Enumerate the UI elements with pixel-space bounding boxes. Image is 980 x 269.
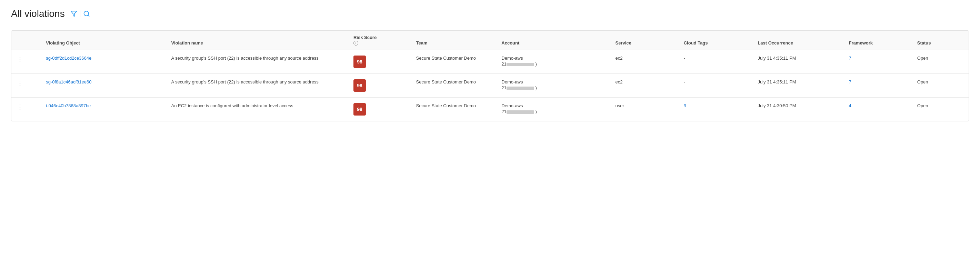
row-status: Open bbox=[912, 74, 969, 98]
col-header-account: Account bbox=[496, 31, 610, 50]
page-container: All violations Violating Object bbox=[0, 0, 980, 269]
row-team: Secure State Customer Demo bbox=[411, 98, 496, 121]
filter-button[interactable] bbox=[70, 10, 77, 17]
framework-count[interactable]: 7 bbox=[849, 79, 851, 84]
cloud-tags-count[interactable]: 9 bbox=[684, 103, 686, 108]
page-title: All violations bbox=[11, 8, 65, 19]
row-context-menu-button[interactable]: ⋮ bbox=[17, 103, 24, 111]
row-context-menu-button[interactable]: ⋮ bbox=[17, 79, 24, 87]
violating-object-link[interactable]: sg-0f8a1c46acf81ee60 bbox=[46, 79, 91, 84]
col-header-menu bbox=[11, 31, 40, 50]
col-header-framework: Framework bbox=[843, 31, 912, 50]
col-header-violation-name: Violation name bbox=[166, 31, 348, 50]
col-header-service: Service bbox=[610, 31, 678, 50]
row-status: Open bbox=[912, 98, 969, 121]
row-service: ec2 bbox=[610, 74, 678, 98]
violating-object-link[interactable]: i-046e40b7868a897be bbox=[46, 103, 91, 108]
row-framework: 7 bbox=[843, 50, 912, 74]
risk-score-info-icon[interactable]: i bbox=[353, 41, 358, 46]
row-context-menu-button[interactable]: ⋮ bbox=[17, 56, 24, 63]
risk-score-badge: 98 bbox=[353, 79, 366, 92]
row-violating-object: i-046e40b7868a897be bbox=[40, 98, 165, 121]
risk-score-badge: 98 bbox=[353, 103, 366, 116]
header-icons bbox=[70, 10, 90, 17]
col-header-team: Team bbox=[411, 31, 496, 50]
row-account: Demo-aws21 ) bbox=[496, 50, 610, 74]
header-divider bbox=[80, 10, 80, 17]
svg-marker-0 bbox=[71, 11, 76, 17]
violating-object-link[interactable]: sg-0dff2d1cd2ce3664e bbox=[46, 56, 91, 61]
row-risk-score: 98 bbox=[348, 74, 411, 98]
row-cloud-tags: - bbox=[678, 74, 752, 98]
row-violation-name: A security group's SSH port (22) is acce… bbox=[166, 50, 348, 74]
row-framework: 7 bbox=[843, 74, 912, 98]
framework-count[interactable]: 7 bbox=[849, 56, 851, 61]
col-header-cloud-tags: Cloud Tags bbox=[678, 31, 752, 50]
col-header-status: Status bbox=[912, 31, 969, 50]
table-row: ⋮sg-0dff2d1cd2ce3664eA security group's … bbox=[11, 50, 969, 74]
search-button[interactable] bbox=[83, 10, 90, 17]
page-header: All violations bbox=[11, 8, 969, 19]
svg-line-2 bbox=[88, 15, 89, 17]
row-last-occurrence: July 31 4:30:50 PM bbox=[752, 98, 843, 121]
row-status: Open bbox=[912, 50, 969, 74]
table-row: ⋮i-046e40b7868a897beAn EC2 instance is c… bbox=[11, 98, 969, 121]
row-risk-score: 98 bbox=[348, 98, 411, 121]
row-last-occurrence: July 31 4:35:11 PM bbox=[752, 74, 843, 98]
row-cloud-tags: - bbox=[678, 50, 752, 74]
risk-score-badge: 98 bbox=[353, 56, 366, 68]
row-team: Secure State Customer Demo bbox=[411, 50, 496, 74]
row-risk-score: 98 bbox=[348, 50, 411, 74]
row-account: Demo-aws21 ) bbox=[496, 74, 610, 98]
col-header-risk-score: Risk Score i bbox=[348, 31, 411, 50]
row-violation-name: An EC2 instance is configured with admin… bbox=[166, 98, 348, 121]
row-violating-object: sg-0f8a1c46acf81ee60 bbox=[40, 74, 165, 98]
table-row: ⋮sg-0f8a1c46acf81ee60A security group's … bbox=[11, 74, 969, 98]
col-header-violating-object: Violating Object bbox=[40, 31, 165, 50]
violations-table-container: Violating Object Violation name Risk Sco… bbox=[11, 30, 969, 121]
row-menu-cell: ⋮ bbox=[11, 50, 40, 74]
violations-table: Violating Object Violation name Risk Sco… bbox=[11, 31, 969, 121]
row-service: ec2 bbox=[610, 50, 678, 74]
framework-count[interactable]: 4 bbox=[849, 103, 851, 108]
row-last-occurrence: July 31 4:35:11 PM bbox=[752, 50, 843, 74]
row-violation-name: A security group's SSH port (22) is acce… bbox=[166, 74, 348, 98]
col-header-last-occurrence: Last Occurrence bbox=[752, 31, 843, 50]
row-team: Secure State Customer Demo bbox=[411, 74, 496, 98]
row-framework: 4 bbox=[843, 98, 912, 121]
row-menu-cell: ⋮ bbox=[11, 74, 40, 98]
row-cloud-tags: 9 bbox=[678, 98, 752, 121]
row-account: Demo-aws21 ) bbox=[496, 98, 610, 121]
row-violating-object: sg-0dff2d1cd2ce3664e bbox=[40, 50, 165, 74]
row-menu-cell: ⋮ bbox=[11, 98, 40, 121]
row-service: user bbox=[610, 98, 678, 121]
table-header-row: Violating Object Violation name Risk Sco… bbox=[11, 31, 969, 50]
